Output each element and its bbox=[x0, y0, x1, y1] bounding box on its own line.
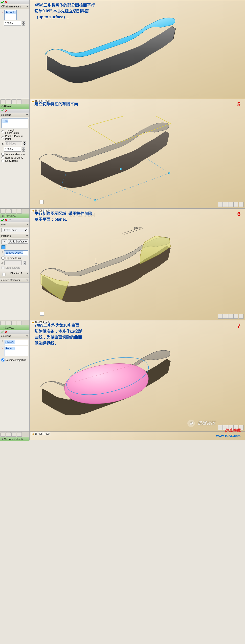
panel-tabs bbox=[0, 208, 29, 214]
face-icon: ◇ bbox=[1, 10, 3, 13]
dist-spinner[interactable]: ▲▼ bbox=[22, 147, 25, 152]
section-selections[interactable]: elections bbox=[0, 112, 29, 117]
cancel-icon[interactable] bbox=[5, 109, 8, 112]
vp-tool-1[interactable] bbox=[218, 202, 223, 207]
viewport-toolbar bbox=[218, 314, 244, 319]
offset-distance-input[interactable] bbox=[4, 21, 21, 26]
parallel-at-point-radio[interactable] bbox=[1, 136, 4, 139]
surface-icon: ◈ bbox=[1, 250, 3, 256]
feature-title-surface-offset: ◈Surface-Offset2 bbox=[0, 437, 29, 441]
reverse-dir-button[interactable]: ↗ bbox=[1, 240, 7, 244]
on-surface-radio[interactable] bbox=[1, 160, 4, 162]
vp-tool-2[interactable] bbox=[223, 314, 228, 319]
direction2-enable-check[interactable] bbox=[2, 273, 5, 276]
dim-text: 0.090 bbox=[134, 227, 140, 230]
tab-2[interactable] bbox=[6, 100, 11, 104]
tab-4[interactable] bbox=[17, 209, 22, 214]
viewport-8[interactable]: ◆ 18-405F rev0 bbox=[30, 432, 245, 440]
cancel-icon[interactable] bbox=[5, 330, 8, 333]
tab-1[interactable] bbox=[0, 209, 5, 214]
tab-3[interactable] bbox=[11, 321, 16, 325]
tab-2[interactable] bbox=[6, 432, 11, 437]
ok-icon[interactable] bbox=[1, 1, 4, 4]
end-condition-combo[interactable]: Up To Surface bbox=[8, 240, 28, 244]
angle-icon: ∠ bbox=[1, 142, 4, 145]
reverse-dir-check[interactable] bbox=[1, 153, 4, 156]
panel-confirm-bar bbox=[0, 108, 29, 112]
tab-3[interactable] bbox=[11, 209, 16, 214]
panel-confirm-bar bbox=[0, 330, 29, 334]
brand-watermark-2: 仿真在线 bbox=[225, 428, 241, 433]
ok-icon[interactable] bbox=[1, 109, 4, 112]
viewport-6[interactable]: ◆ 18-405F rev0 6 平行切除图示区域 采用拉伸切除 草图平面：pl… bbox=[30, 208, 245, 320]
section-from[interactable]: rom bbox=[0, 222, 29, 227]
vp-tool-4[interactable] bbox=[233, 314, 238, 319]
svg-point-2 bbox=[120, 168, 122, 170]
plane-ref-box[interactable]: 上视 bbox=[1, 118, 28, 128]
detail-icon[interactable]: ? bbox=[8, 219, 11, 222]
section-selections[interactable]: elections bbox=[0, 334, 29, 338]
draft-spinner: ▲▼ bbox=[23, 261, 26, 265]
property-panel-5: ◇Plane1 elections 上视 Through Lines/Point… bbox=[0, 99, 30, 208]
section-direction1[interactable]: irection 1 bbox=[0, 234, 29, 238]
reverse-projection-check[interactable] bbox=[1, 358, 4, 362]
through-lines-radio[interactable] bbox=[1, 130, 4, 133]
draft-outward-check bbox=[1, 266, 4, 269]
face-selection-box[interactable]: Face<1> bbox=[4, 346, 28, 356]
vp-tool-3[interactable] bbox=[228, 202, 233, 207]
tab-1[interactable] bbox=[0, 321, 5, 325]
panel-confirm-bar bbox=[0, 0, 29, 4]
section-selected-contours[interactable]: elected Contours bbox=[0, 278, 29, 282]
vp-tool-1[interactable] bbox=[218, 425, 223, 430]
section-direction2[interactable]: Direction 2 bbox=[0, 271, 29, 278]
tab-1[interactable] bbox=[0, 432, 5, 437]
draft-icon: ▱ bbox=[1, 262, 3, 264]
cancel-icon[interactable] bbox=[5, 1, 8, 4]
property-panel-7: ⟋Curve1 elections ✎Sketch6 ◇Face<1> Reve… bbox=[0, 320, 30, 432]
sketch-selection-box[interactable]: Sketch6 bbox=[4, 340, 28, 345]
tab-4[interactable] bbox=[17, 100, 22, 104]
panel-tabs bbox=[0, 99, 29, 104]
vp-tool-3[interactable] bbox=[228, 314, 233, 319]
tab-2[interactable] bbox=[6, 209, 11, 214]
ok-icon[interactable] bbox=[1, 330, 4, 333]
tab-4[interactable] bbox=[17, 321, 22, 325]
doc-name: ◆ 18-405F rev0 bbox=[31, 432, 50, 436]
face-selection-box[interactable]: Face<1> bbox=[4, 10, 16, 20]
brand-url: www.1CAE.com bbox=[216, 434, 241, 438]
tab-3[interactable] bbox=[11, 432, 16, 437]
flip-side-check[interactable] bbox=[1, 256, 4, 260]
vp-tool-5[interactable] bbox=[239, 314, 244, 319]
property-panel-4: Offset parameters ◇ Face<1> ↕ ▲▼ bbox=[0, 0, 30, 99]
feature-title-plane: ◇Plane1 bbox=[0, 104, 29, 108]
ok-icon[interactable] bbox=[1, 219, 4, 222]
tab-1[interactable] bbox=[0, 100, 5, 104]
step-number-5: 5 bbox=[237, 101, 241, 108]
viewport-4[interactable]: 4/5/6三步将阀体的部分圆柱面平行 切除0.09″,本步先建立切割界面 （up… bbox=[30, 0, 245, 99]
viewport-7[interactable]: ◆ 18-405F rev0 7 7/8/9三步均为第10步曲面 切除做准备，本… bbox=[30, 320, 245, 432]
vp-tool-5[interactable] bbox=[239, 202, 244, 207]
tab-4[interactable] bbox=[17, 432, 22, 437]
section-offset-params[interactable]: Offset parameters bbox=[0, 4, 29, 9]
normal-curve-radio[interactable] bbox=[1, 156, 4, 159]
valve-body-cut-preview: 0.090 bbox=[36, 227, 174, 318]
distance-input[interactable] bbox=[4, 147, 21, 152]
step5-caption: 建立切除特征的草图平面 bbox=[35, 101, 78, 107]
viewport-5[interactable]: ◆ 18-405F rev0 5 建立切除特征的草图平面 bbox=[30, 99, 245, 208]
vp-tool-2[interactable] bbox=[223, 202, 228, 207]
tab-2[interactable] bbox=[6, 321, 11, 325]
property-panel-6: ▣Extrude4 ? rom Sketch Plane irection 1 … bbox=[0, 208, 30, 320]
brand-watermark-1: ⚙ 机械社区 bbox=[187, 420, 215, 427]
offset-spinner[interactable]: ▲▼ bbox=[22, 21, 25, 26]
view-marker bbox=[39, 200, 43, 204]
cancel-icon[interactable] bbox=[5, 219, 8, 222]
vp-tool-4[interactable] bbox=[233, 202, 238, 207]
tab-3[interactable] bbox=[11, 100, 16, 104]
panel-confirm-bar: ? bbox=[0, 218, 29, 222]
vp-tool-1[interactable] bbox=[218, 314, 223, 319]
surface-selection-box[interactable]: Surface-Offset1 bbox=[4, 250, 28, 256]
face-color-icon bbox=[1, 246, 5, 250]
property-panel-8: ◈Surface-Offset2 bbox=[0, 432, 30, 440]
face-icon: ◇ bbox=[1, 346, 3, 356]
from-combo[interactable]: Sketch Plane bbox=[1, 228, 28, 232]
